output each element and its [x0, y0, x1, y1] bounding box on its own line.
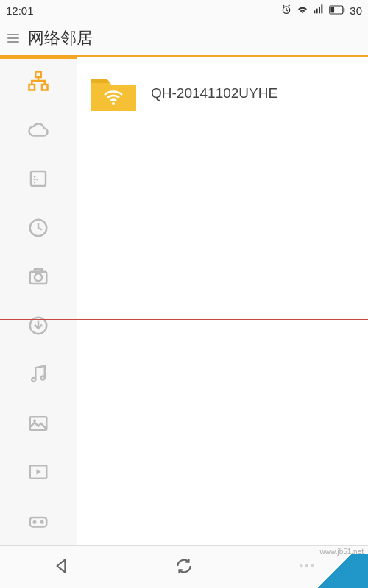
- svg-point-13: [37, 179, 39, 181]
- svg-point-14: [34, 179, 36, 181]
- svg-rect-4: [322, 4, 323, 13]
- storage-icon: [27, 168, 49, 190]
- back-icon: [52, 556, 71, 576]
- svg-rect-19: [35, 269, 42, 272]
- sidebar-item-network[interactable]: [0, 57, 77, 106]
- svg-rect-7: [344, 8, 345, 12]
- status-right: 30: [280, 4, 362, 18]
- status-time: 12:01: [6, 4, 34, 17]
- status-bar: 12:01 30: [0, 0, 368, 21]
- svg-rect-1: [314, 10, 316, 13]
- watermark-corner: [302, 554, 368, 588]
- network-icon: [27, 70, 49, 92]
- svg-rect-26: [30, 517, 47, 527]
- svg-rect-11: [31, 171, 46, 186]
- sidebar-item-download[interactable]: [0, 301, 77, 351]
- svg-rect-3: [319, 7, 320, 13]
- file-label: QH-20141102UYHE: [151, 85, 277, 101]
- clock-icon: [27, 217, 49, 239]
- svg-rect-10: [42, 85, 48, 90]
- sidebar-item-cloud[interactable]: [0, 106, 77, 155]
- content-pane: QH-20141102UYHE: [77, 57, 368, 545]
- separator-line: [0, 319, 368, 320]
- sidebar-item-vr[interactable]: [0, 497, 77, 546]
- alarm-icon: [280, 4, 292, 18]
- download-icon: [27, 315, 49, 337]
- sidebar-item-music[interactable]: [0, 350, 77, 399]
- sidebar-item-images[interactable]: [0, 399, 77, 448]
- sidebar: [0, 57, 77, 545]
- svg-point-27: [33, 520, 37, 524]
- vr-icon: [27, 510, 49, 532]
- main-area: QH-20141102UYHE: [0, 57, 368, 545]
- cloud-icon: [27, 119, 49, 141]
- svg-point-12: [34, 182, 36, 184]
- page-title: 网络邻居: [28, 27, 93, 49]
- svg-point-21: [32, 378, 35, 381]
- refresh-button[interactable]: [174, 556, 194, 578]
- menu-icon[interactable]: [7, 32, 19, 44]
- image-icon: [27, 412, 49, 434]
- svg-rect-6: [331, 7, 335, 12]
- svg-point-15: [34, 176, 36, 179]
- camera-icon: [27, 265, 49, 287]
- svg-point-24: [33, 419, 36, 422]
- music-icon: [27, 363, 49, 385]
- svg-point-22: [41, 376, 45, 380]
- battery-percent: 30: [350, 4, 362, 17]
- wifi-folder-icon: [89, 74, 138, 112]
- list-divider: [89, 129, 356, 129]
- svg-rect-2: [316, 8, 318, 13]
- sidebar-item-video[interactable]: [0, 448, 77, 497]
- video-icon: [27, 461, 49, 483]
- svg-rect-9: [29, 85, 35, 90]
- app-header: 网络邻居: [0, 21, 368, 55]
- back-button[interactable]: [52, 556, 71, 578]
- battery-icon: [329, 4, 345, 17]
- svg-rect-8: [35, 72, 41, 78]
- svg-point-28: [40, 520, 44, 524]
- sidebar-item-recent[interactable]: [0, 204, 77, 253]
- wifi-icon: [297, 4, 308, 18]
- list-item[interactable]: QH-20141102UYHE: [89, 74, 356, 112]
- sidebar-item-camera[interactable]: [0, 252, 77, 301]
- signal-icon: [313, 4, 325, 18]
- refresh-icon: [174, 556, 194, 576]
- svg-point-29: [112, 102, 115, 105]
- svg-point-18: [35, 274, 42, 282]
- sidebar-item-storage[interactable]: [0, 154, 77, 204]
